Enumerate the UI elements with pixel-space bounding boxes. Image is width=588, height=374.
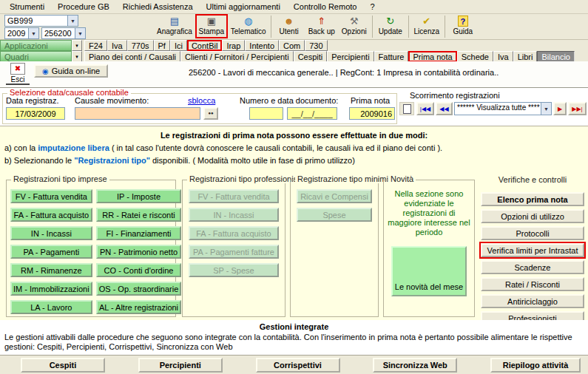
quadri-dropdown[interactable]: ▼: [72, 51, 82, 62]
novita-del-mese-button[interactable]: Le novità del mese: [391, 246, 467, 296]
tab-pf[interactable]: Pf: [154, 40, 170, 51]
imprese-btn-fi[interactable]: FI - Finanziamenti: [96, 226, 182, 240]
imprese-btn-rr[interactable]: RR - Ratei e risconti: [96, 208, 182, 222]
year-select[interactable]: 2009 ▼: [4, 27, 39, 39]
guida-button[interactable]: ? Guida: [447, 14, 479, 38]
anagrafica-button[interactable]: ▤ Anagrafica: [154, 14, 195, 38]
scadenze-button[interactable]: Scadenze: [481, 260, 584, 274]
novita-description: Nella sezione sono evidenziate le regist…: [384, 180, 474, 237]
nav-last-button[interactable]: ▶▶|: [568, 102, 587, 115]
tab-iva-quadri[interactable]: Iva: [493, 51, 513, 62]
tab-770s[interactable]: 770s: [127, 40, 154, 51]
elenco-prima-nota-button[interactable]: Elenco prima nota: [481, 192, 584, 206]
imprese-btn-al[interactable]: AL - Altre registrazioni: [96, 300, 182, 314]
tab-percipienti[interactable]: Percipienti: [327, 51, 374, 62]
nav-next-button[interactable]: ▶: [553, 102, 567, 115]
antiriciclaggio-button[interactable]: Antiriciclaggio: [481, 294, 584, 308]
intro-line-b-prefix: b) Selezionando le: [4, 156, 74, 165]
nav-first-button[interactable]: |◀◀: [416, 102, 434, 115]
tab-prima-nota[interactable]: Prima nota: [408, 51, 456, 62]
chevron-down-icon[interactable]: ▼: [67, 16, 78, 26]
chevron-down-icon[interactable]: ▼: [75, 28, 85, 38]
sincronizza-web-button[interactable]: Sincronizza Web: [373, 358, 457, 373]
utenti-button[interactable]: ☻ Utenti: [273, 14, 305, 38]
update-button[interactable]: ↻ Update: [374, 14, 407, 38]
firm-code-select[interactable]: GB999 ▼: [4, 15, 78, 27]
tab-iva[interactable]: Iva: [107, 40, 127, 51]
tab-com[interactable]: Com: [279, 40, 305, 51]
prima-nota-label: Prima nota: [351, 96, 390, 105]
quadri-tabs: Piano dei conti / Causali Clienti / Forn…: [84, 51, 575, 62]
opzioni-button[interactable]: ⚒ Opzioni: [338, 14, 371, 38]
tab-cespiti[interactable]: Cespiti: [294, 51, 328, 62]
account-code-select[interactable]: 256200 ▼: [41, 27, 86, 39]
intro-line-a: a) con la imputazione libera ( in tal ca…: [0, 140, 588, 152]
backup-button[interactable]: ⇑ Back up: [305, 14, 338, 38]
applicazioni-dropdown[interactable]: ▼: [72, 40, 82, 51]
chevron-down-icon[interactable]: ▼: [541, 103, 551, 115]
new-document-icon: [403, 104, 411, 114]
numero-documento-input[interactable]: [249, 107, 283, 120]
opzioni-di-utilizzo-button[interactable]: Opzioni di utilizzo: [481, 209, 584, 223]
imprese-btn-pa[interactable]: PA - Pagamenti: [10, 245, 92, 259]
imprese-btn-fa[interactable]: FA - Fattura acquisto: [10, 208, 92, 222]
menu-controllo-remoto[interactable]: Controllo Remoto: [287, 1, 364, 13]
sblocca-link[interactable]: sblocca: [188, 96, 215, 105]
tab-libri[interactable]: Libri: [513, 51, 538, 62]
visualizza-filter-select[interactable]: ****** Visualizza tutte **** ▼: [454, 102, 552, 115]
registrazioni-tipo-link[interactable]: "Registrazioni tipo": [74, 156, 150, 165]
new-record-button[interactable]: [399, 102, 414, 115]
applicazioni-tabs: F24 Iva 770s Pf Ici ContBil Irap Intento…: [84, 40, 328, 51]
riepilogo-attivita-button[interactable]: Riepilogo attività: [490, 358, 581, 373]
imprese-btn-os[interactable]: OS - Op. straordinarie: [96, 282, 182, 296]
imprese-btn-co[interactable]: CO - Conti d'ordine: [96, 263, 182, 277]
tab-730[interactable]: 730: [305, 40, 327, 51]
menu-strumenti[interactable]: Strumenti: [3, 1, 51, 13]
causale-movimento-input[interactable]: [75, 107, 200, 120]
guida-online-button[interactable]: ◉ Guida on-line: [34, 64, 108, 78]
context-description: 256200 - Lavori di meccanica generale.. …: [189, 68, 499, 77]
tab-f24[interactable]: F24: [84, 40, 107, 51]
menu-procedure-gb[interactable]: Procedure GB: [51, 1, 116, 13]
prima-nota-input[interactable]: [349, 107, 395, 120]
ratei-risconti-button[interactable]: Ratei / Risconti: [481, 277, 584, 291]
nav-prev-button[interactable]: ◀◀: [436, 102, 453, 115]
tab-bilancio[interactable]: Bilancio: [537, 51, 575, 62]
esci-button[interactable]: ✖ Esci: [6, 63, 30, 85]
menu-help[interactable]: ?: [363, 1, 381, 13]
imprese-btn-rm[interactable]: RM - Rimanenze: [10, 263, 92, 277]
tab-schede[interactable]: Schede: [457, 51, 493, 62]
binoculars-search-icon[interactable]: ●●: [203, 107, 218, 120]
prof-btn-pa: PA - Pagamenti fatture: [189, 245, 279, 259]
telematico-button[interactable]: ◍ Telematico: [228, 14, 269, 38]
tab-clienti-fornitori[interactable]: Clienti / Fornitori / Percipienti: [180, 51, 294, 62]
toolbar-separator: [408, 16, 409, 38]
tab-piano-dei-conti[interactable]: Piano dei conti / Causali: [84, 51, 180, 62]
imprese-btn-fv[interactable]: FV - Fattura vendita: [10, 189, 92, 203]
stampa-button[interactable]: ▣ Stampa: [195, 14, 228, 38]
tab-fatture[interactable]: Fatture: [374, 51, 409, 62]
menu-ultimi-aggiornamenti[interactable]: Ultimi aggiornamenti: [200, 1, 287, 13]
cespiti-button[interactable]: Cespiti: [21, 358, 105, 373]
tab-irap[interactable]: Irap: [222, 40, 245, 51]
verifiche-controlli-title: Verifiche e controlli: [481, 175, 584, 184]
tab-intento[interactable]: Intento: [245, 40, 279, 51]
guida-online-label: Guida on-line: [52, 67, 100, 75]
imputazione-libera-link[interactable]: imputazione libera: [38, 143, 109, 152]
verifica-limiti-intrastat-button[interactable]: Verifica limiti per Intrastat: [481, 243, 584, 257]
licenza-button[interactable]: ✔ Licenza: [410, 14, 443, 38]
chevron-down-icon[interactable]: ▼: [28, 28, 38, 38]
menu-richiedi-assistenza[interactable]: Richiedi Assistenza: [116, 1, 200, 13]
tab-ici[interactable]: Ici: [170, 40, 187, 51]
tab-contbil[interactable]: ContBil: [187, 40, 222, 51]
imprese-btn-ip[interactable]: IP - Imposte: [96, 189, 182, 203]
imprese-btn-in[interactable]: IN - Incassi: [10, 226, 92, 240]
data-registrazione-input[interactable]: [6, 107, 65, 120]
imprese-btn-im[interactable]: IM - Immobilizzazioni: [10, 282, 92, 296]
data-documento-input[interactable]: [287, 107, 337, 120]
imprese-btn-pn[interactable]: PN - Patrimonio netto: [96, 245, 182, 259]
percipienti-button[interactable]: Percipienti: [138, 358, 223, 373]
imprese-btn-la[interactable]: LA - Lavoro: [10, 300, 92, 314]
corrispettivi-button[interactable]: Corrispettivi: [256, 358, 340, 373]
protocolli-button[interactable]: Protocolli: [481, 226, 584, 240]
